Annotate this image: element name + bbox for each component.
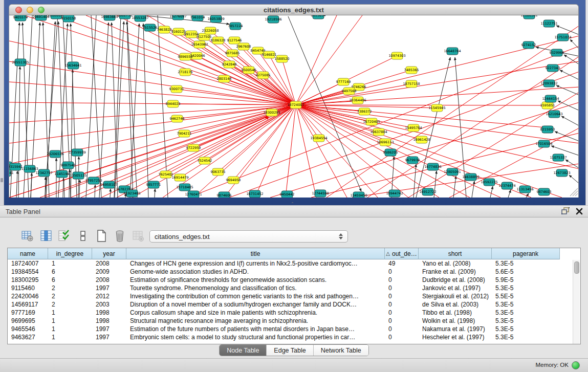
delete-button[interactable]	[113, 230, 126, 244]
graph-node-teal[interactable]: 10592235	[481, 179, 497, 186]
table-row[interactable]: 1938455462009Genome-wide association stu…	[8, 268, 580, 276]
graph-node-teal[interactable]: 9097548	[61, 162, 76, 169]
graph-node-teal[interactable]: 16210643	[546, 111, 562, 118]
table-settings-button[interactable]	[20, 230, 34, 244]
graph-node-yellow[interactable]: 10974303	[388, 52, 405, 59]
citation-edge-black[interactable]	[91, 15, 101, 198]
table-row[interactable]: 2242004622012Investigating the contribut…	[8, 292, 580, 300]
citation-edge-black[interactable]	[63, 178, 63, 198]
citation-edge-red[interactable]	[296, 87, 579, 105]
graph-node-yellow[interactable]: 20364486	[349, 97, 366, 104]
citation-edge-black[interactable]	[556, 85, 579, 95]
graph-node-yellow[interactable]: 8186328	[211, 37, 226, 44]
citation-edge-red[interactable]	[255, 105, 296, 198]
memory-status-icon[interactable]	[572, 361, 580, 369]
citation-edge-black[interactable]	[413, 164, 416, 198]
graph-node-yellow[interactable]: 9896559	[178, 53, 193, 60]
graph-node-yellow[interactable]: 2718176	[178, 69, 193, 76]
citation-edge-black[interactable]	[508, 190, 511, 198]
graph-node-teal[interactable]: 12374474	[498, 182, 515, 189]
new-file-button[interactable]	[94, 230, 108, 244]
graph-node-teal[interactable]: 12342757	[35, 169, 52, 177]
table-row[interactable]: 977716911998Corpus callosum shape and si…	[8, 309, 580, 317]
graph-node-yellow[interactable]: 9497568	[342, 87, 357, 95]
graph-node-yellow[interactable]: 1588520	[275, 55, 290, 62]
column-header-name[interactable]: name	[8, 248, 48, 259]
citation-edge-red[interactable]	[296, 36, 579, 105]
graph-node-teal[interactable]: 15751074	[554, 34, 571, 41]
graph-node-teal[interactable]: 9882738	[118, 15, 133, 19]
graph-node-yellow[interactable]: 11545945	[428, 104, 445, 112]
graph-node-teal[interactable]: 12805091	[444, 168, 461, 176]
graph-node-teal[interactable]: 11923485	[123, 190, 140, 197]
graph-node-yellow[interactable]: 9242848	[222, 61, 237, 68]
show-column-button[interactable]	[39, 230, 53, 244]
graph-node-teal[interactable]: 9274152	[521, 41, 536, 49]
citation-edge-black[interactable]	[71, 24, 77, 198]
import-table-disabled-button[interactable]	[131, 230, 145, 244]
graph-node-yellow[interactable]: 9063735	[211, 168, 226, 176]
citation-edge-red[interactable]	[286, 105, 296, 198]
column-header-in_degree[interactable]: in_degree	[48, 248, 92, 259]
graph-node-yellow[interactable]: 2803144	[217, 75, 232, 82]
table-selector-dropdown[interactable]: citations_edges.txt	[149, 230, 348, 243]
tab-node-table[interactable]: Node Table	[220, 345, 266, 356]
graph-node-teal[interactable]: 20206536	[47, 150, 63, 158]
graph-node-teal[interactable]: 20551305	[12, 59, 29, 66]
column-header-title[interactable]: title	[126, 248, 385, 259]
graph-node-teal[interactable]: 7857224	[228, 23, 243, 30]
graph-node-yellow[interactable]: 7485365	[404, 67, 419, 74]
tab-network-table[interactable]: Network Table	[313, 345, 368, 356]
graph-node-teal[interactable]: 9857771	[146, 181, 161, 188]
citation-edge-black[interactable]	[472, 181, 474, 198]
graph-node-yellow[interactable]: 9275085	[256, 72, 271, 79]
graph-node-teal[interactable]: 8813054	[311, 15, 326, 19]
graph-node-teal[interactable]: 16983669	[101, 15, 118, 20]
graph-node-teal[interactable]: 9874606	[217, 192, 232, 198]
graph-node-yellow[interactable]: 15495784	[405, 124, 422, 132]
graph-node-yellow[interactable]: 16961428	[413, 136, 430, 143]
graph-node-yellow[interactable]: 10637884	[370, 128, 387, 136]
select-all-button[interactable]	[57, 230, 71, 244]
table-row[interactable]: 1456911722003Disruption of a novel membe…	[8, 300, 580, 309]
citation-edge-black[interactable]	[490, 186, 493, 198]
citation-edge-red[interactable]	[296, 105, 548, 105]
graph-node-teal[interactable]: 13459450	[350, 192, 367, 198]
graph-node-teal[interactable]: 12673823	[553, 169, 570, 177]
graph-node-teal[interactable]: 9405574	[13, 15, 28, 21]
citation-edge-black[interactable]	[155, 189, 155, 198]
graph-node-teal[interactable]: 11075337	[550, 154, 567, 161]
network-view-canvas[interactable]: 1872400718300295977716997462669497568203…	[9, 15, 579, 198]
citation-edge-red[interactable]	[193, 105, 296, 148]
table-row[interactable]: 946554611997Estimation of the future num…	[8, 325, 580, 333]
graph-node-teal[interactable]: 17016504	[535, 140, 552, 147]
graph-node-yellow[interactable]: 8944023	[166, 100, 181, 107]
column-header-short[interactable]: short	[419, 248, 492, 259]
graph-node-yellow[interactable]: 2967608	[236, 43, 251, 50]
citation-edge-red[interactable]	[229, 64, 296, 105]
graph-node-yellow[interactable]: 19384554	[310, 135, 327, 142]
graph-node-teal[interactable]: 11313456	[516, 186, 533, 193]
citation-edge-red[interactable]	[296, 105, 316, 198]
table-row[interactable]: 969969511998Structural magnetic resonanc…	[8, 317, 580, 325]
graph-node-yellow[interactable]: 9462746	[170, 115, 185, 122]
graph-node-teal[interactable]: 7515526	[143, 24, 158, 31]
graph-node-yellow[interactable]: 9500546	[242, 67, 256, 74]
citation-edge-black[interactable]	[569, 175, 579, 184]
graph-node-teal[interactable]: 15634641	[64, 62, 81, 69]
graph-node-teal[interactable]: 20691406	[32, 15, 49, 20]
graph-node-teal[interactable]: 19218596	[265, 16, 281, 23]
graph-node-teal[interactable]: 1145194	[55, 170, 70, 178]
graph-node-teal[interactable]: 12744598	[312, 190, 329, 197]
citation-edge-red[interactable]	[296, 105, 562, 198]
close-panel-icon[interactable]	[576, 208, 583, 215]
graph-node-teal[interactable]: 17957253	[85, 177, 102, 184]
left-splitter-handle[interactable]	[1, 178, 3, 182]
graph-node-teal[interactable]: 9679938	[405, 157, 420, 164]
graph-node-teal[interactable]: 16731452	[246, 190, 263, 198]
graph-node-yellow[interactable]: 9722959	[186, 144, 201, 151]
graph-node-teal[interactable]: 10553287	[132, 15, 148, 21]
graph-node-yellow[interactable]: 16543962	[191, 41, 208, 48]
table-panel-header[interactable]: ⌃ Table Panel	[0, 205, 588, 217]
citation-edge-red[interactable]	[296, 15, 337, 105]
